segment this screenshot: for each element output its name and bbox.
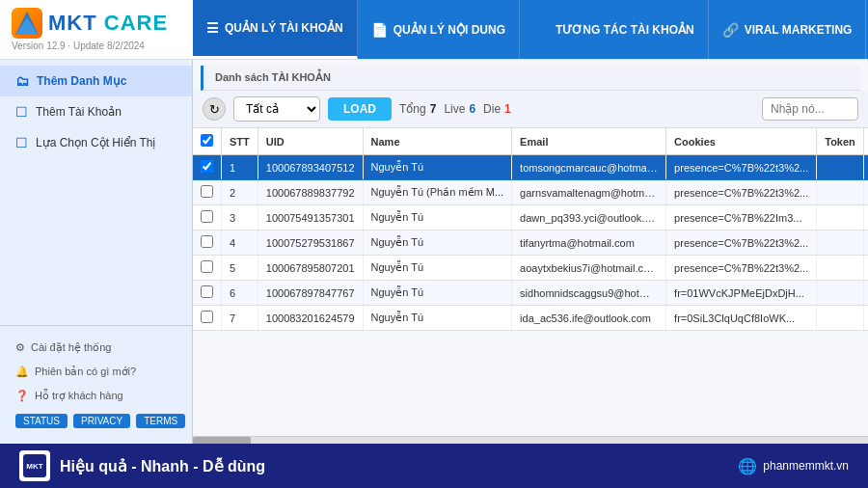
them-danh-muc-label: Thêm Danh Mục [37,74,126,88]
nav-label-quan-ly-noi-dung: QUẢN LÝ NỘI DUNG [393,23,505,37]
row-token [817,155,864,180]
stat-tong: Tổng 7 [399,102,436,116]
row-checkbox-0[interactable] [201,160,213,173]
row-checkbox-cell [193,281,222,306]
row-uid: 100067893407512 [258,155,363,180]
sidebar-item-them-danh-muc[interactable]: 🗂 Thêm Danh Mục [0,66,192,96]
row-name: Nguyễn Tú [363,155,512,180]
status-badge[interactable]: STATUS [15,414,68,428]
nav-item-viral[interactable]: 🔗 VIRAL MARKETING [709,0,867,59]
tong-label: Tổng [399,102,426,116]
sidebar-cai-dat[interactable]: ⚙ Cài đặt hệ thống [0,336,192,360]
row-stt: 7 [222,306,258,331]
search-input[interactable] [762,97,858,121]
sidebar-phien-ban[interactable]: 🔔 Phiên bản có gì mới? [0,360,192,384]
row-name: Nguyễn Tú [363,281,512,306]
row-checkbox-cell [193,205,222,230]
accounts-table: STT UID Name Email Cookies Token Trạng t… [193,128,868,331]
main-layout: 🗂 Thêm Danh Mục ☐ Thêm Tài Khoản ☐ Lựa C… [0,60,868,444]
nav-item-quan-ly-tai-khoan[interactable]: ☰ QUẢN LÝ TÀI KHOẢN [193,0,358,59]
live-label: Live [444,102,465,116]
table-row[interactable]: 1 100067893407512 Nguyễn Tú tomsongcmarc… [193,155,868,180]
row-token [817,256,864,281]
row-name: Nguyễn Tú [363,230,512,256]
row-checkbox-6[interactable] [201,311,213,323]
row-checkbox-3[interactable] [201,235,213,248]
row-name: Nguyễn Tú [363,205,512,230]
table-row[interactable]: 2 100067889837792 Nguyễn Tú (Phần mềm M.… [193,180,868,205]
row-checkbox-cell [193,306,222,331]
table-row[interactable]: 7 100083201624579 Nguyễn Tú ida_ac536.if… [193,306,868,331]
footer: MKT Hiệu quả - Nhanh - Dễ dùng 🌐 phanmem… [0,444,868,488]
ho-tro-icon: ❓ [15,390,29,402]
row-cookies: presence=C%7B%22t3%2... [666,256,817,281]
lua-chon-cot-label: Lựa Chọn Cột Hiển Thị [36,136,156,149]
row-uid: 100083201624579 [258,306,363,331]
row-checkbox-2[interactable] [201,210,213,223]
row-status: Live [863,155,868,180]
row-status: Live [863,180,868,205]
row-checkbox-cell [193,230,222,256]
row-stt: 2 [222,180,258,205]
row-status: Live [863,205,868,230]
nav-item-quan-ly-noi-dung[interactable]: 📄 QUẢN LÝ NỘI DUNG [358,0,520,59]
row-token [817,205,864,230]
col-cookies: Cookies [666,128,817,155]
row-name: Nguyễn Tú [363,306,512,331]
table-row[interactable]: 4 100075279531867 Nguyễn Tú tifanyrtma@h… [193,230,868,256]
nav-label-viral: VIRAL MARKETING [745,23,853,37]
row-status: Die [863,306,868,331]
nav-item-tuong-tac[interactable]: 👤 TƯƠNG TÁC TÀI KHOẢN [520,0,709,59]
row-status: Live [863,281,868,306]
them-tai-khoan-icon: ☐ [15,104,28,120]
tong-value: 7 [430,102,437,116]
row-cookies: presence=C%7B%22t3%2... [666,155,817,180]
row-cookies: presence=C%7B%22t3%2... [666,230,817,256]
toolbar: ↻ Tất cả Live Die LOAD Tổng 7 Live 6 Die… [193,91,868,128]
cai-dat-label: Cài đặt hệ thống [31,341,111,354]
logo-mkt: MKT [48,11,97,35]
footer-website: phanmemmkt.vn [763,459,849,473]
scroll-indicator [193,436,868,444]
sidebar-badges: STATUS PRIVACY TERMS [0,408,192,434]
nav-icon-viral: 🔗 [722,22,739,38]
table-row[interactable]: 6 100067897847767 Nguyễn Tú sidhomnidsca… [193,281,868,306]
logo-brand: MKT CARE [48,11,168,36]
filter-select[interactable]: Tất cả Live Die [233,96,320,122]
sidebar-item-lua-chon-cot[interactable]: ☐ Lựa Chọn Cột Hiển Thị [0,127,192,158]
table-row[interactable]: 3 100075491357301 Nguyễn Tú dawn_pq393.y… [193,205,868,230]
row-email: tifanyrtma@hotmail.com [512,230,666,256]
footer-logo: MKT [19,450,50,481]
nav-icon-doc: 📄 [371,22,388,38]
select-all-checkbox[interactable] [201,134,213,147]
row-token [817,180,864,205]
nav-icon-list: ☰ [206,20,219,36]
sidebar-ho-tro[interactable]: ❓ Hỗ trợ khách hàng [0,384,192,408]
content-area: Danh sách TÀI KHOẢN ↻ Tất cả Live Die LO… [193,60,868,444]
col-uid: UID [258,128,363,155]
terms-badge[interactable]: TERMS [136,414,185,428]
phien-ban-label: Phiên bản có gì mới? [35,366,136,378]
them-tai-khoan-label: Thêm Tài Khoản [36,105,122,119]
footer-logo-text: MKT [26,462,42,471]
row-token [817,281,864,306]
table-header-row: STT UID Name Email Cookies Token Trạng t… [193,128,868,155]
table-row[interactable]: 5 100067895807201 Nguyễn Tú aoaytxbekius… [193,256,868,281]
row-checkbox-1[interactable] [201,185,213,198]
sidebar: 🗂 Thêm Danh Mục ☐ Thêm Tài Khoản ☐ Lựa C… [0,60,193,444]
row-checkbox-4[interactable] [201,260,213,273]
row-email: sidhomnidscaggsu9@hotmail.com [512,281,666,306]
footer-logo-inner: MKT [23,454,46,477]
nav-bar: ☰ QUẢN LÝ TÀI KHOẢN 📄 QUẢN LÝ NỘI DUNG 👤… [193,0,868,59]
cai-dat-icon: ⚙ [15,341,25,354]
logo-area: MKT CARE Version 12.9 · Update 8/2/2024 [0,0,193,59]
load-button[interactable]: LOAD [328,97,392,121]
privacy-badge[interactable]: PRIVACY [73,414,130,428]
svg-marker-1 [15,17,39,35]
col-name: Name [363,128,512,155]
refresh-button[interactable]: ↻ [203,97,226,121]
row-cookies: fr=01WVcKJPMeEjDxDjH... [666,281,817,306]
row-checkbox-5[interactable] [201,285,213,298]
logo-care: CARE [97,11,168,35]
sidebar-item-them-tai-khoan[interactable]: ☐ Thêm Tài Khoản [0,96,192,127]
